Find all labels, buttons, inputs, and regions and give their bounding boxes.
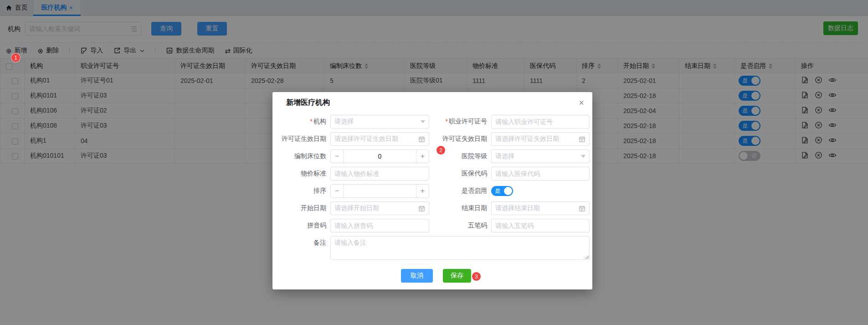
field-label-pinyin: 拼音码 xyxy=(280,222,326,230)
modal-body: *机构 请选择 *职业许可证号 许可证生效日期 请选择许可证生效日期 许可证失效… xyxy=(272,113,592,283)
grade-select[interactable]: 请选择 xyxy=(491,150,590,163)
cancel-button[interactable]: 取消 xyxy=(401,269,433,283)
wubi-input[interactable] xyxy=(491,219,590,232)
remark-textarea[interactable] xyxy=(330,236,590,260)
field-label-expire-date: 许可证失效日期 xyxy=(433,135,487,143)
field-label-org: *机构 xyxy=(280,118,326,126)
start-date-picker[interactable]: 请选择开始日期 xyxy=(330,201,429,215)
beds-stepper: − 0 + xyxy=(330,150,429,163)
field-label-start-date: 开始日期 xyxy=(280,204,326,212)
modal-title: 新增医疗机构 xyxy=(286,98,330,108)
field-label-beds: 编制床位数 xyxy=(280,152,326,160)
field-label-remark: 备注 xyxy=(280,236,326,247)
field-label-wubi: 五笔码 xyxy=(433,222,487,230)
insurance-code-input[interactable] xyxy=(491,167,590,181)
beds-value[interactable]: 0 xyxy=(344,150,416,163)
end-date-picker[interactable]: 请选择结束日期 xyxy=(491,201,590,215)
minus-button[interactable]: − xyxy=(331,185,344,197)
calendar-icon xyxy=(418,136,425,143)
minus-button[interactable]: − xyxy=(331,150,344,163)
pinyin-input[interactable] xyxy=(330,219,429,232)
save-button[interactable]: 保存 xyxy=(443,269,471,283)
add-institution-modal: 新增医疗机构 × *机构 请选择 *职业许可证号 许可证生效日期 请选择许可证生… xyxy=(272,92,592,289)
annotation-badge-3: 3 xyxy=(472,272,481,281)
annotation-badge-2: 2 xyxy=(437,146,445,155)
valid-date-picker[interactable]: 请选择许可证生效日期 xyxy=(330,132,429,146)
calendar-icon xyxy=(579,136,586,143)
field-label-price: 物价标准 xyxy=(280,170,326,178)
price-input[interactable] xyxy=(330,167,429,181)
field-label-valid-date: 许可证生效日期 xyxy=(280,135,326,143)
field-label-code: 医保代码 xyxy=(433,170,487,178)
annotation-badge-1: 1 xyxy=(11,53,20,62)
field-label-sort: 排序 xyxy=(280,187,326,195)
chevron-down-icon xyxy=(581,155,586,158)
plus-button[interactable]: + xyxy=(416,150,429,163)
modal-footer: 取消 保存 xyxy=(280,269,592,283)
field-label-license: *职业许可证号 xyxy=(433,118,487,126)
modal-header: 新增医疗机构 × xyxy=(272,92,592,113)
sort-value[interactable] xyxy=(344,185,416,197)
plus-button[interactable]: + xyxy=(416,185,429,197)
modal-close-icon[interactable]: × xyxy=(579,98,584,107)
field-label-enabled: 是否启用 xyxy=(433,187,487,195)
toggle-knob xyxy=(504,187,512,195)
calendar-icon xyxy=(579,205,586,212)
calendar-icon xyxy=(418,205,425,212)
enabled-toggle[interactable]: 是 xyxy=(491,186,513,196)
toggle-state-label: 是 xyxy=(495,187,500,195)
field-label-end-date: 结束日期 xyxy=(433,204,487,212)
license-input[interactable] xyxy=(491,115,590,129)
sort-stepper: − + xyxy=(330,184,429,198)
org-select[interactable]: 请选择 xyxy=(330,115,429,129)
chevron-down-icon xyxy=(421,120,425,123)
expire-date-picker[interactable]: 请选择许可证失效日期 xyxy=(491,132,590,146)
